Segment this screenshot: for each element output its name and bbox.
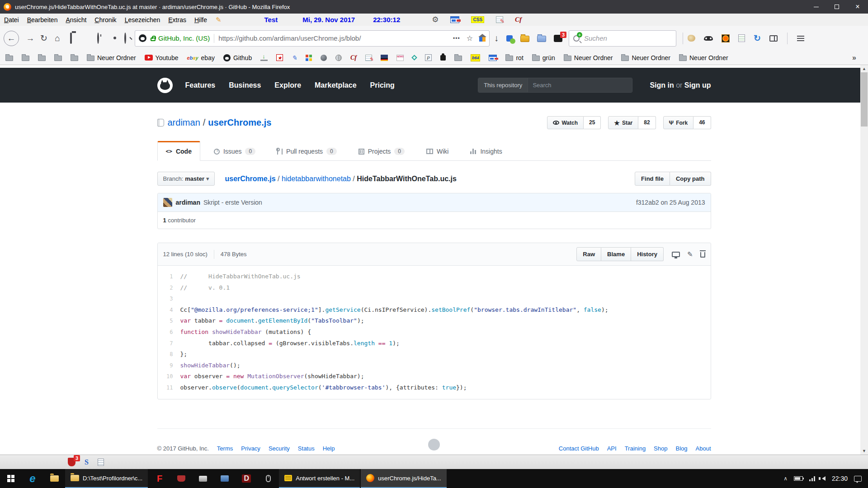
history-button[interactable]: History <box>631 247 664 261</box>
speaker-icon[interactable] <box>822 476 826 481</box>
bookmark-grid[interactable] <box>306 55 312 61</box>
bookmark-b64[interactable]: b64 <box>471 54 481 61</box>
line-number[interactable]: 10 <box>158 371 180 382</box>
edit-pencil-icon[interactable]: ✎ <box>687 250 693 258</box>
translate-icon[interactable] <box>506 35 513 42</box>
line-number[interactable]: 7 <box>158 338 180 349</box>
bookmark-folder-neuer-ordner[interactable]: Neuer Ordner <box>679 54 728 61</box>
bookmark-sphere[interactable] <box>321 55 327 61</box>
line-number[interactable]: 11 <box>158 382 180 394</box>
breadcrumb-dir-link[interactable]: hidetabbarwithonetab <box>282 175 351 183</box>
line-number[interactable]: 8 <box>158 349 180 360</box>
taskbar-edge[interactable]: e <box>22 469 43 488</box>
bookmark-folder[interactable] <box>54 54 62 61</box>
bookmark-folder-neuer-ordner[interactable]: Neuer Ordner <box>621 54 670 61</box>
bookmark-news[interactable]: NEWS <box>396 55 404 61</box>
bookmark-panel[interactable] <box>489 55 497 61</box>
stylish-icon[interactable]: S <box>85 458 89 466</box>
taskbar-app-filezilla[interactable] <box>170 469 192 488</box>
page-actions-icon[interactable]: ••• <box>453 35 460 42</box>
copy-path-button[interactable]: Copy path <box>670 172 711 186</box>
bookmark-folder-rot[interactable]: rot <box>505 54 523 61</box>
home-button[interactable]: ⌂ <box>51 33 64 43</box>
footer-training[interactable]: Training <box>625 445 646 452</box>
minimize-button[interactable] <box>806 0 826 14</box>
bookmark-puzzle[interactable] <box>440 55 446 61</box>
bookmark-youtube[interactable]: Youtube <box>145 54 179 61</box>
footer-help[interactable]: Help <box>323 445 335 452</box>
menu-datei[interactable]: Datei <box>0 16 23 23</box>
line-number[interactable]: 4 <box>158 305 180 316</box>
maximize-button[interactable] <box>826 0 847 14</box>
repo-name-link[interactable]: userChrome.js <box>208 117 271 127</box>
footer-terms[interactable]: Terms <box>217 445 233 452</box>
line-number[interactable]: 6 <box>158 327 180 338</box>
gold-folder-icon[interactable] <box>520 36 529 42</box>
line-number[interactable]: 3 <box>158 293 180 305</box>
watch-button[interactable]: Watch <box>547 116 584 129</box>
tab-wiki[interactable]: Wiki <box>418 142 457 160</box>
bookmark-download[interactable] <box>260 55 268 61</box>
avatar[interactable] <box>163 198 172 207</box>
bookmark-clip[interactable]: ✎ <box>292 54 297 61</box>
tab-pull-requests[interactable]: Pull requests0 <box>269 142 345 160</box>
fork-button[interactable]: ΨFork <box>663 116 694 129</box>
menu-chronik[interactable]: Chronik <box>90 16 120 23</box>
nav-pricing[interactable]: Pricing <box>370 81 395 89</box>
bookmark-globe[interactable] <box>335 55 342 61</box>
raw-button[interactable]: Raw <box>576 247 601 261</box>
battery-icon[interactable] <box>794 476 803 481</box>
footer-status[interactable]: Status <box>298 445 315 452</box>
footer-contact[interactable]: Contact GitHub <box>559 445 599 452</box>
taskbar-app-d[interactable]: D <box>236 469 257 488</box>
contributors-row[interactable]: 1 contributor <box>158 211 711 229</box>
scroll-down-arrow[interactable]: ▼ <box>860 447 868 455</box>
bookmark-folder-neuer-ordner[interactable]: Neuer Ordner <box>87 54 136 61</box>
tab-code[interactable]: <>Code <box>157 141 200 161</box>
sidebar-toggle-icon[interactable] <box>769 35 778 42</box>
breadcrumb-repo-link[interactable]: userChrome.js <box>225 175 275 183</box>
footer-security[interactable]: Security <box>269 445 290 452</box>
line-number[interactable]: 5 <box>158 315 180 327</box>
configfox-icon[interactable]: Cf <box>515 16 522 23</box>
footer-about[interactable]: About <box>696 445 711 452</box>
line-number[interactable]: 1 <box>158 271 180 282</box>
line-number[interactable]: 2 <box>158 282 180 294</box>
tray-chevron-icon[interactable]: ∧ <box>783 475 788 482</box>
taskbar-folder-app[interactable] <box>43 469 65 488</box>
scroll-up-arrow[interactable]: ▲ <box>860 65 868 72</box>
taskbar-app-camera[interactable] <box>192 469 214 488</box>
delete-trash-icon[interactable] <box>700 252 705 258</box>
session-manager-icon[interactable]: 3 <box>554 35 562 42</box>
bookmark-ebay[interactable]: ebayebay <box>187 54 214 61</box>
star-button[interactable]: ★Star <box>608 116 638 129</box>
bookmark-folder-neuer-ordner[interactable]: Neuer Ordner <box>564 54 613 61</box>
footer-blog[interactable]: Blog <box>675 445 687 452</box>
history-clock-icon[interactable] <box>91 33 105 43</box>
speeddial-home-icon[interactable] <box>479 37 486 42</box>
nav-business[interactable]: Business <box>229 81 261 89</box>
gear-icon[interactable]: ⚙ <box>432 15 439 24</box>
scrollbar[interactable]: ▲ ▼ <box>860 65 868 455</box>
search-lens-icon[interactable] <box>118 33 132 43</box>
bookmark-star-icon[interactable]: ☆ <box>467 34 473 42</box>
nav-explore[interactable]: Explore <box>274 81 301 89</box>
taskbar-compose-window[interactable]: Antwort erstellen - M... <box>279 469 360 488</box>
repo-owner-link[interactable]: ardiman <box>168 117 200 127</box>
bookmark-folder-gruen[interactable]: grün <box>532 54 555 61</box>
notes-page-icon[interactable] <box>98 459 104 466</box>
blue-folder-icon[interactable] <box>537 36 546 42</box>
menu-bearbeiten[interactable]: Bearbeiten <box>23 16 62 23</box>
tab-issues[interactable]: Issues0 <box>206 142 264 160</box>
forward-button[interactable]: → <box>24 33 37 43</box>
bookmark-diamond[interactable] <box>412 56 416 60</box>
url-bar[interactable]: GitHub, Inc. (US) https://github.com/ard… <box>135 30 490 47</box>
taskbar-firefox-window[interactable]: userChrome.js/HideTa... <box>361 469 446 488</box>
menu-lesezeichen[interactable]: Lesezeichen <box>121 16 165 23</box>
tray-clock[interactable]: 22:30 <box>832 475 848 482</box>
line-number[interactable]: 9 <box>158 360 180 371</box>
print-icon[interactable] <box>64 33 78 43</box>
tab-insights[interactable]: Insights <box>462 142 510 160</box>
ublock-shield-icon[interactable]: 3 <box>68 458 75 466</box>
search-engine-icon[interactable] <box>573 35 580 42</box>
